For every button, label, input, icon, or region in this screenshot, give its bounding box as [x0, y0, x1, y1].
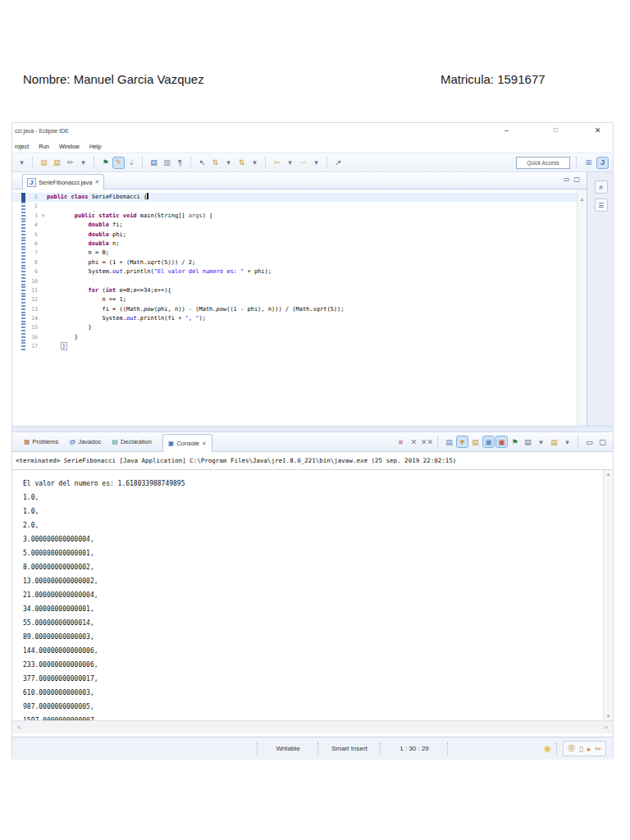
code-line-1: 1public class SerieFibonacci { — [12, 193, 577, 202]
coverage-icon[interactable]: ⇣ — [126, 158, 137, 168]
new-java-project-icon[interactable]: ▤ — [148, 158, 159, 168]
statusbar-icon-group: ⓐ▯▸✏ — [563, 741, 606, 756]
remove-all-launches-icon[interactable]: ✕✕ — [422, 436, 432, 447]
console-output-line: 610.0000000000003, — [23, 686, 605, 700]
new-wizard-icon[interactable]: ▤ — [39, 158, 49, 168]
console-scrollbar[interactable]: ▲ ▼ — [603, 470, 613, 720]
minimize-view-icon[interactable]: ▭ — [584, 436, 595, 447]
next-annotation-dropdown-icon[interactable]: ▾ — [249, 158, 260, 168]
fold-column — [39, 258, 47, 267]
save-icon[interactable]: ▤ — [52, 158, 62, 168]
maximize-view-icon[interactable]: ▢ — [597, 436, 608, 447]
task-list-icon[interactable]: ☰ — [595, 199, 608, 212]
fold-column — [39, 193, 47, 202]
pulldown-icon[interactable]: ▾ — [16, 158, 27, 168]
last-edit-location-icon[interactable]: ⇅ — [210, 158, 221, 168]
editor-tab-bar: J SerieFibonacci.java ✕ ▭ ▢ — [12, 172, 587, 189]
quick-access-input[interactable]: Quick Access — [516, 157, 570, 169]
java-perspective-icon[interactable]: J — [597, 158, 608, 168]
view-tab-label: Problems — [33, 438, 59, 445]
clear-console-icon[interactable]: ▤ — [444, 436, 454, 447]
scroll-down-icon[interactable]: ▼ — [606, 714, 611, 719]
view-tab-problems[interactable]: ▦Problems — [24, 434, 58, 450]
forward-icon[interactable]: ⇨ — [298, 158, 308, 168]
open-type-icon[interactable]: ▥ — [162, 158, 172, 168]
scroll-left-icon[interactable]: < — [17, 724, 21, 731]
open-console-icon[interactable]: ▤ — [549, 436, 559, 447]
fold-icon[interactable]: ⊖ — [39, 212, 47, 221]
edit-mode-icon[interactable]: ✏ — [595, 745, 601, 753]
document-page: Nombre: Manuel Garcia Vazquez Matricula:… — [0, 0, 630, 840]
line-number: 8 — [25, 258, 39, 267]
java-file-icon: J — [27, 178, 36, 187]
print-icon[interactable]: ✏ — [65, 158, 75, 168]
tab-seriefibonacci[interactable]: J SerieFibonacci.java ✕ — [22, 174, 104, 189]
open-perspective-icon[interactable]: ⊞ — [583, 158, 594, 168]
show-stderr-when-changed-icon[interactable]: ▣ — [496, 436, 507, 447]
console-output[interactable]: El valor del numero es: 1.61803398874989… — [12, 470, 605, 720]
next-annotation-icon[interactable]: ⇅ — [236, 158, 247, 168]
display-console-dropdown-icon[interactable]: ▾ — [536, 436, 546, 447]
minimized-views-bar: # ☰ — [587, 172, 614, 426]
title-bar: cci.java - Eclipse IDE – □ ✕ — [12, 123, 613, 140]
word-wrap-icon[interactable]: ▤ — [470, 436, 481, 447]
debug-icon[interactable]: ⚑ — [100, 158, 111, 168]
run-icon[interactable]: ✎ — [113, 158, 124, 168]
minimize-editor-icon[interactable]: ▭ — [564, 176, 570, 183]
link-with-editor-icon[interactable]: ↗ — [333, 158, 344, 168]
bookmark-icon[interactable]: ▸ — [587, 745, 591, 753]
pin-console-icon[interactable]: ⚑ — [509, 436, 520, 447]
eclipse-window: cci.java - Eclipse IDE – □ ✕ rojectRunWi… — [11, 122, 614, 759]
console-output-line: 5.000000000000001, — [23, 546, 605, 560]
code-text: double n; — [47, 240, 120, 249]
scroll-lock-icon[interactable]: ▼ — [457, 436, 468, 447]
menu-window[interactable]: Window — [59, 144, 80, 149]
view-tab-declaration[interactable]: ▤Declaration — [112, 434, 152, 450]
scroll-right-icon[interactable]: > — [604, 724, 608, 731]
new-dropdown-icon[interactable]: ▾ — [78, 158, 89, 168]
annotation-icon[interactable]: ⓐ — [568, 743, 575, 754]
view-tab-javadoc[interactable]: @Javadoc — [69, 434, 101, 450]
student-name: Nombre: Manuel Garcia Vazquez — [23, 72, 204, 86]
fold-column — [39, 333, 47, 342]
scroll-up-icon[interactable]: ▲ — [580, 197, 585, 202]
menu-run[interactable]: Run — [39, 144, 49, 149]
view-tab-console[interactable]: ▣Console✕ — [162, 434, 212, 452]
fold-column — [39, 267, 47, 276]
editor-scrollbar[interactable]: ▲ — [577, 189, 587, 426]
maximize-editor-icon[interactable]: ▢ — [573, 176, 580, 183]
back-icon[interactable]: ⇦ — [272, 158, 282, 168]
scroll-up-icon[interactable]: ▲ — [606, 472, 611, 477]
clipboard-icon[interactable]: ▯ — [579, 745, 583, 753]
remove-launch-icon[interactable]: ✕ — [409, 436, 419, 447]
terminate-icon[interactable]: ■ — [395, 436, 406, 447]
editor-tab-close-icon[interactable]: ✕ — [94, 179, 99, 185]
restore-window-button[interactable]: □ — [554, 126, 558, 134]
display-console-icon[interactable]: ▤ — [523, 436, 533, 447]
student-id: Matricula: 1591677 — [441, 72, 546, 86]
console-output-line: 8.000000000000002, — [23, 560, 605, 574]
statusbar-separator — [447, 742, 449, 756]
code-text: double phi; — [47, 231, 126, 240]
forward-dropdown-icon[interactable]: ▾ — [311, 158, 322, 168]
console-tab-close-icon[interactable]: ✕ — [202, 441, 207, 447]
outline-icon[interactable]: # — [595, 180, 608, 194]
show-whitespace-icon[interactable]: ¶ — [175, 158, 185, 168]
close-window-button[interactable]: ✕ — [595, 126, 601, 135]
search-icon[interactable]: ↖ — [197, 158, 208, 168]
console-hscrollbar[interactable]: < > — [12, 720, 613, 733]
console-output-line: 34.00000000000001, — [23, 602, 605, 616]
minimize-window-button[interactable]: – — [504, 126, 509, 135]
line-number: 1 — [25, 193, 39, 202]
menu-help[interactable]: Help — [89, 144, 101, 149]
lamp-icon[interactable]: ◉ — [544, 744, 551, 753]
line-number: 6 — [25, 240, 39, 249]
code-text: } — [47, 323, 92, 332]
open-console-dropdown-icon[interactable]: ▾ — [562, 436, 573, 447]
code-line-2: 2 — [12, 202, 577, 211]
show-stdout-when-changed-icon[interactable]: ▣ — [483, 436, 494, 447]
annotation-dropdown-icon[interactable]: ▾ — [223, 158, 234, 168]
menu-roject[interactable]: roject — [15, 144, 29, 149]
back-dropdown-icon[interactable]: ▾ — [285, 158, 295, 168]
code-editor[interactable]: 1public class SerieFibonacci {23⊖ public… — [12, 189, 577, 426]
